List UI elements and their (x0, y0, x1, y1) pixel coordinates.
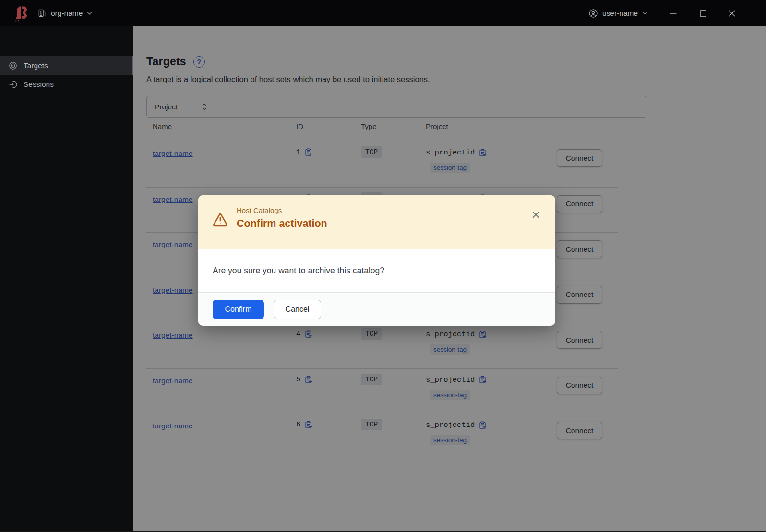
window-close-button[interactable] (724, 0, 740, 26)
cancel-button[interactable]: Cancel (274, 300, 321, 319)
user-name-label: user-name (602, 9, 638, 18)
user-menu[interactable]: user-name (588, 0, 647, 26)
user-icon (588, 9, 598, 18)
window-minimize-button[interactable] (665, 0, 682, 26)
sidebar-item-sessions[interactable]: Sessions (0, 75, 133, 94)
sidebar-item-targets[interactable]: Targets (0, 56, 133, 75)
warning-triangle-icon (212, 212, 228, 227)
org-name-label: org-name (51, 9, 83, 18)
target-icon (9, 61, 17, 70)
dialog-title: Confirm activation (237, 218, 327, 230)
window-maximize-button[interactable] (695, 0, 711, 26)
titlebar: org-name user-name (0, 0, 766, 26)
dialog-header: Host Catalogs Confirm activation (198, 195, 555, 249)
sidebar: Targets Sessions (0, 26, 133, 532)
dialog-close-icon[interactable] (530, 209, 541, 220)
confirm-dialog: Host Catalogs Confirm activation Are you… (198, 195, 555, 326)
sidebar-item-label: Sessions (24, 80, 54, 89)
chevron-down-icon (642, 12, 647, 15)
dialog-footer: Confirm Cancel (198, 292, 555, 326)
chevron-down-icon (87, 12, 92, 15)
confirm-button[interactable]: Confirm (213, 300, 264, 319)
org-switcher[interactable]: org-name (37, 0, 92, 26)
boundary-logo-icon (13, 4, 30, 23)
dialog-body-text: Are you sure you want to archive this ca… (198, 249, 555, 292)
org-icon (37, 9, 47, 18)
session-login-icon (9, 80, 17, 89)
dialog-context-label: Host Catalogs (237, 206, 327, 214)
sidebar-item-label: Targets (24, 61, 48, 70)
